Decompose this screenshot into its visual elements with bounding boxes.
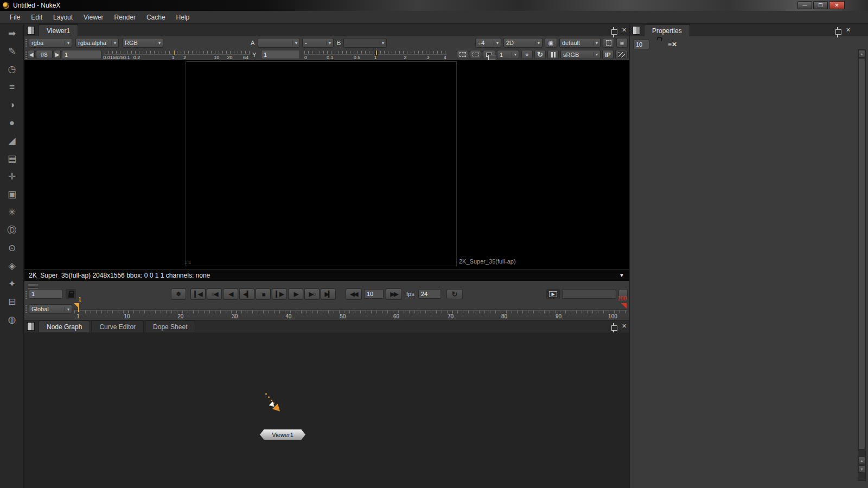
- next-keyframe-button[interactable]: ▶○: [304, 288, 320, 300]
- fps-input[interactable]: 24: [418, 289, 441, 299]
- gamma-input[interactable]: 1: [261, 50, 300, 59]
- scroll-up-icon[interactable]: ▲: [858, 457, 865, 464]
- metadata-node-icon[interactable]: ◈: [0, 257, 24, 275]
- step-forward-button[interactable]: ▎▶: [272, 288, 287, 300]
- max-panels-input[interactable]: 10: [633, 40, 649, 49]
- other-node-icon[interactable]: ⊟: [0, 293, 24, 311]
- particles-node-icon[interactable]: ✳: [0, 203, 24, 221]
- fstop-decrement-button[interactable]: ◀: [28, 50, 35, 59]
- goto-end-button[interactable]: ▶▎: [321, 288, 336, 300]
- downrez-dropdown[interactable]: ÷4▾: [475, 38, 501, 48]
- scrollbar-thumb[interactable]: [858, 58, 865, 450]
- prev-keyframe-button[interactable]: ○◀: [207, 288, 222, 300]
- gamma-slider-marker[interactable]: [375, 50, 378, 56]
- toolsets-node-icon[interactable]: ✦: [0, 275, 24, 293]
- input-process-button[interactable]: IP: [602, 50, 614, 59]
- views-node-icon[interactable]: ⊙: [0, 239, 24, 257]
- pause-caching-button[interactable]: ❄: [171, 288, 186, 300]
- image-node-icon[interactable]: ➡: [0, 24, 24, 42]
- fstop-increment-button[interactable]: ▶: [54, 50, 61, 59]
- menu-item[interactable]: Layout: [48, 11, 78, 24]
- roi-button[interactable]: [457, 50, 468, 59]
- proxy-level-dropdown[interactable]: 1▾: [497, 50, 519, 59]
- flipbook-button[interactable]: ▶: [546, 289, 560, 299]
- float-pane-icon[interactable]: [837, 28, 838, 37]
- node-graph-canvas[interactable]: Viewer1: [24, 332, 629, 488]
- gain-slider-marker[interactable]: [173, 50, 175, 56]
- close-pane-icon[interactable]: ✕: [622, 323, 627, 329]
- step-back-button[interactable]: ◀▎: [239, 288, 254, 300]
- deep-node-icon[interactable]: Ⓓ: [0, 221, 24, 239]
- keyer-node-icon[interactable]: ◢: [0, 132, 24, 150]
- jump-forward-button[interactable]: ▶▶: [386, 288, 402, 300]
- menu-item[interactable]: File: [4, 11, 25, 24]
- display-channels-dropdown[interactable]: RGB▾: [122, 38, 163, 48]
- info-expand-arrow-icon[interactable]: ▼: [619, 272, 624, 278]
- lut-dropdown[interactable]: sRGB▾: [560, 50, 601, 59]
- stop-button[interactable]: ■: [256, 288, 271, 300]
- gain-slider[interactable]: 0.0156250.10.212102064: [105, 49, 250, 60]
- menu-item[interactable]: Cache: [141, 11, 171, 24]
- viewer-settings-button[interactable]: ≣: [616, 38, 628, 48]
- minimize-button[interactable]: —: [797, 1, 812, 9]
- close-all-panels-button[interactable]: ≡✕: [668, 41, 677, 48]
- draw-node-icon[interactable]: ✎: [0, 42, 24, 60]
- lock-camera-button[interactable]: ◉: [545, 38, 557, 48]
- timeline-ruler[interactable]: 1102030405060708090100 1 100: [74, 302, 628, 320]
- pause-updates-button[interactable]: [547, 50, 559, 59]
- gain-gamma-toggle-button[interactable]: ⌖: [521, 50, 533, 59]
- scroll-up-icon[interactable]: ▲: [858, 50, 865, 57]
- jump-back-button[interactable]: ◀◀: [346, 288, 362, 300]
- checkerboard-button[interactable]: [615, 50, 628, 59]
- alpha-layer-dropdown[interactable]: rgba.alpha▾: [75, 38, 119, 48]
- play-backward-button[interactable]: ◀: [223, 288, 238, 300]
- channel-node-icon[interactable]: ≡: [0, 78, 24, 96]
- frame-range-dropdown[interactable]: Global▾: [29, 304, 72, 314]
- tab-dope-sheet[interactable]: Dope Sheet: [145, 320, 195, 332]
- viewer1-node[interactable]: Viewer1: [260, 429, 305, 440]
- merge-node-icon[interactable]: ▤: [0, 150, 24, 168]
- row-handle[interactable]: [25, 304, 27, 313]
- b-buffer-dropdown[interactable]: ▾: [343, 38, 387, 48]
- gain-input[interactable]: 1: [62, 50, 101, 59]
- pane-menu-button[interactable]: [633, 26, 640, 35]
- goto-start-button[interactable]: ▎◀: [190, 288, 206, 300]
- menu-item[interactable]: Edit: [25, 11, 48, 24]
- properties-scrollbar[interactable]: ▲ ▲ ▼: [858, 49, 866, 481]
- float-pane-icon[interactable]: [613, 28, 614, 37]
- crop-to-format-button[interactable]: [603, 38, 614, 48]
- lock-range-button[interactable]: [66, 289, 76, 299]
- scroll-down-icon[interactable]: ▼: [858, 465, 865, 473]
- row-handle[interactable]: [25, 290, 27, 299]
- maximize-button[interactable]: ❐: [813, 1, 828, 9]
- frame-increment-input[interactable]: 10: [364, 289, 384, 299]
- 3d-node-icon[interactable]: ▣: [0, 185, 24, 203]
- color-node-icon[interactable]: ◑: [0, 96, 24, 114]
- plugins-node-icon[interactable]: ◍: [0, 311, 24, 329]
- close-pane-icon[interactable]: ✕: [846, 27, 851, 33]
- tab-node-graph[interactable]: Node Graph: [39, 320, 90, 332]
- loop-mode-button[interactable]: ↻: [446, 289, 463, 299]
- tab-properties[interactable]: Properties: [644, 24, 690, 36]
- menu-item[interactable]: Viewer: [78, 11, 108, 24]
- dimensions-dropdown[interactable]: 2D▾: [503, 38, 542, 48]
- ab-blend-dropdown[interactable]: -▾: [302, 38, 334, 48]
- playhead[interactable]: 1: [78, 303, 79, 312]
- row-handle[interactable]: [25, 38, 27, 47]
- close-button[interactable]: ✕: [829, 1, 845, 9]
- filter-node-icon[interactable]: ●: [0, 114, 24, 132]
- viewer-canvas[interactable]: 1 1 2K_Super_35(full-ap): [24, 60, 629, 269]
- pane-menu-button[interactable]: [27, 322, 35, 331]
- transform-node-icon[interactable]: ✛: [0, 168, 24, 185]
- play-button[interactable]: ▶: [288, 288, 303, 300]
- layer-dropdown[interactable]: rgba▾: [29, 38, 72, 48]
- row-handle[interactable]: [25, 50, 27, 59]
- current-frame-input[interactable]: 1: [29, 289, 62, 299]
- a-buffer-dropdown[interactable]: ▾: [258, 38, 300, 48]
- menu-item[interactable]: Help: [171, 11, 195, 24]
- input-process-order-button[interactable]: [470, 50, 481, 59]
- splitter-handle[interactable]: [27, 284, 39, 286]
- tab-curve-editor[interactable]: Curve Editor: [91, 320, 144, 332]
- refresh-button[interactable]: ↻: [534, 50, 546, 59]
- tab-viewer1[interactable]: Viewer1: [39, 24, 78, 36]
